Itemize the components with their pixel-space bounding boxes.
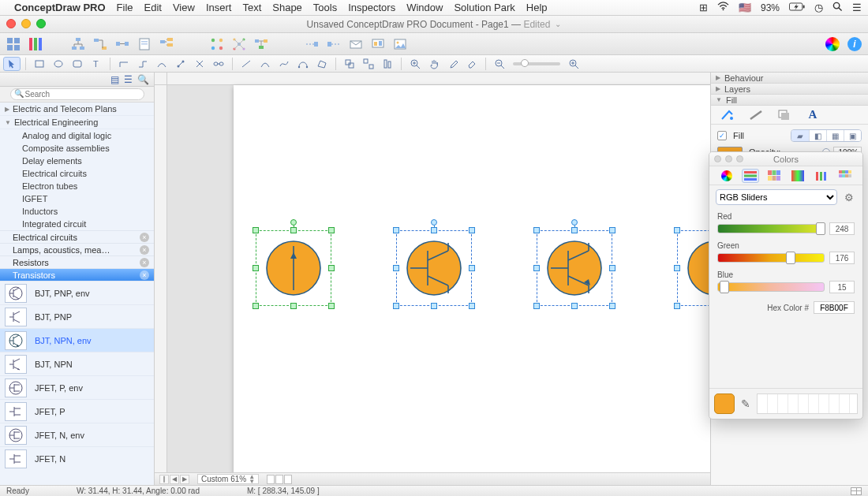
- tree-item[interactable]: Delay elements: [0, 155, 154, 167]
- menu-insert[interactable]: Insert: [206, 2, 232, 13]
- section-fill[interactable]: ▼Fill: [711, 95, 868, 106]
- tool-node-delete[interactable]: [191, 57, 208, 71]
- tree-item[interactable]: Electron tubes: [0, 180, 154, 192]
- status-grid-icon[interactable]: [851, 487, 862, 495]
- tool-text[interactable]: T: [88, 57, 105, 71]
- toolbar-palette-icon[interactable]: [27, 36, 44, 52]
- library-search-input[interactable]: [10, 88, 144, 100]
- close-button[interactable]: [6, 19, 16, 28]
- menu-help[interactable]: Help: [526, 2, 548, 13]
- close-icon[interactable]: ×: [140, 258, 149, 267]
- menu-text[interactable]: Text: [242, 2, 261, 13]
- tool-connector-angled[interactable]: [115, 57, 133, 71]
- toolbar-radial-icon[interactable]: [230, 36, 248, 52]
- green-value[interactable]: 176: [829, 252, 855, 264]
- tool-arc[interactable]: [256, 57, 274, 71]
- tool-select[interactable]: [3, 57, 21, 71]
- menu-extra-icon[interactable]: ☰: [852, 2, 862, 13]
- library-search-icon[interactable]: 🔍: [137, 74, 149, 85]
- menu-file[interactable]: File: [117, 2, 133, 13]
- toolbar-tree-icon[interactable]: [69, 36, 87, 52]
- toolbar-chain-icon[interactable]: [114, 36, 131, 52]
- current-color-swatch[interactable]: [714, 393, 735, 414]
- menu-solution-park[interactable]: Solution Park: [454, 2, 514, 13]
- section-behaviour[interactable]: ▶Behaviour: [711, 73, 868, 84]
- colors-tab-sliders-icon[interactable]: [742, 169, 759, 183]
- page-tabs[interactable]: [267, 475, 292, 484]
- tool-roundrect[interactable]: [69, 57, 86, 71]
- colors-tab-spectrum-icon[interactable]: [789, 169, 806, 183]
- toolbar-slide-icon[interactable]: [369, 36, 387, 52]
- toolbar-doc-icon[interactable]: [136, 36, 153, 52]
- toolbar-info-icon[interactable]: i: [846, 36, 863, 52]
- tool-group[interactable]: [341, 57, 358, 71]
- fill-gradient-icon[interactable]: ◧: [809, 130, 826, 141]
- toolbar-aside-icon[interactable]: [158, 36, 175, 52]
- tree-item[interactable]: Electrical circuits: [0, 167, 154, 180]
- zoom-out-icon[interactable]: [491, 57, 508, 71]
- tool-rect[interactable]: [31, 57, 48, 71]
- tab-line-icon[interactable]: [747, 108, 765, 122]
- hex-input[interactable]: [814, 301, 855, 314]
- fill-mode-segmented[interactable]: ▰ ◧ ▦ ▣: [791, 129, 862, 142]
- toolbar-flow-icon[interactable]: [92, 36, 109, 52]
- menu-edit[interactable]: Edit: [144, 2, 162, 13]
- shape-transistor-4[interactable]: [687, 240, 710, 296]
- battery-icon[interactable]: [789, 2, 805, 13]
- tree-cat-electric-telecom[interactable]: ▶Electric and Telecom Plans: [0, 103, 154, 116]
- saved-swatches-grid[interactable]: [757, 393, 858, 414]
- app-name[interactable]: ConceptDraw PRO: [14, 2, 106, 13]
- shape-transistor-2[interactable]: [406, 240, 462, 296]
- tool-line[interactable]: [238, 57, 255, 71]
- tree-item[interactable]: Inductors: [0, 205, 154, 218]
- zoom-combo[interactable]: Custom 61%▲▼: [197, 474, 259, 484]
- blue-value[interactable]: 15: [829, 281, 855, 293]
- fill-checkbox[interactable]: ✓: [717, 131, 727, 140]
- gear-icon[interactable]: ⚙: [842, 190, 856, 204]
- minimize-button[interactable]: [21, 19, 31, 28]
- tool-node-add[interactable]: [172, 57, 189, 71]
- menu-view[interactable]: View: [173, 2, 195, 13]
- toolbar-cluster-icon[interactable]: [208, 36, 226, 52]
- tool-pan[interactable]: [425, 57, 443, 71]
- tool-zoom-in[interactable]: [406, 57, 424, 71]
- stencil-item[interactable]: BJT, PNP: [0, 304, 154, 328]
- clock-icon[interactable]: ◷: [814, 2, 823, 13]
- tool-connector-step[interactable]: [134, 57, 152, 71]
- close-icon[interactable]: ×: [140, 245, 149, 255]
- tree-item[interactable]: Integrated circuit: [0, 218, 154, 230]
- red-slider[interactable]: [717, 224, 825, 233]
- colors-tab-palette-icon[interactable]: [765, 169, 783, 183]
- ruler-horizontal[interactable]: [167, 73, 710, 85]
- tab-shadow-icon[interactable]: [776, 108, 793, 122]
- zoom-in-icon[interactable]: [565, 57, 582, 71]
- colors-min-icon[interactable]: [725, 155, 732, 162]
- toolbar-img-icon[interactable]: [391, 36, 409, 52]
- tab-text-icon[interactable]: A: [804, 108, 821, 122]
- open-lib-row[interactable]: Electrical circuits×: [0, 230, 154, 243]
- page-prev-icon[interactable]: ◀: [170, 475, 179, 484]
- open-lib-row-active[interactable]: Transistors×: [0, 268, 154, 281]
- wifi-icon[interactable]: [717, 2, 729, 13]
- shape-transistor-3[interactable]: [546, 240, 603, 296]
- zoom-slider[interactable]: [513, 62, 560, 65]
- tab-fill-icon[interactable]: [719, 108, 736, 122]
- tool-eyedropper[interactable]: [444, 57, 462, 71]
- toolbar-dash-to-icon[interactable]: [303, 36, 320, 52]
- spotlight-icon[interactable]: [832, 2, 843, 14]
- tool-link[interactable]: [210, 57, 227, 71]
- colors-mode-select[interactable]: RGB Sliders: [716, 189, 837, 205]
- eyedropper-icon[interactable]: ✎: [741, 397, 750, 410]
- zoom-button[interactable]: [36, 19, 46, 28]
- colors-titlebar[interactable]: Colors: [709, 152, 862, 166]
- tool-ungroup[interactable]: [360, 57, 377, 71]
- tool-connector-curve[interactable]: [153, 57, 170, 71]
- tool-spline[interactable]: [275, 57, 293, 71]
- toolbar-flow2-icon[interactable]: [253, 36, 270, 52]
- tree-item[interactable]: IGFET: [0, 192, 154, 205]
- stencil-item[interactable]: JFET, N: [0, 446, 154, 470]
- stencil-item[interactable]: BJT, PNP, env: [0, 281, 154, 304]
- tree-cat-electrical-eng[interactable]: ▼Electrical Engineering: [0, 116, 154, 129]
- fill-pattern-icon[interactable]: ▦: [826, 130, 844, 141]
- menu-shape[interactable]: Shape: [272, 2, 302, 13]
